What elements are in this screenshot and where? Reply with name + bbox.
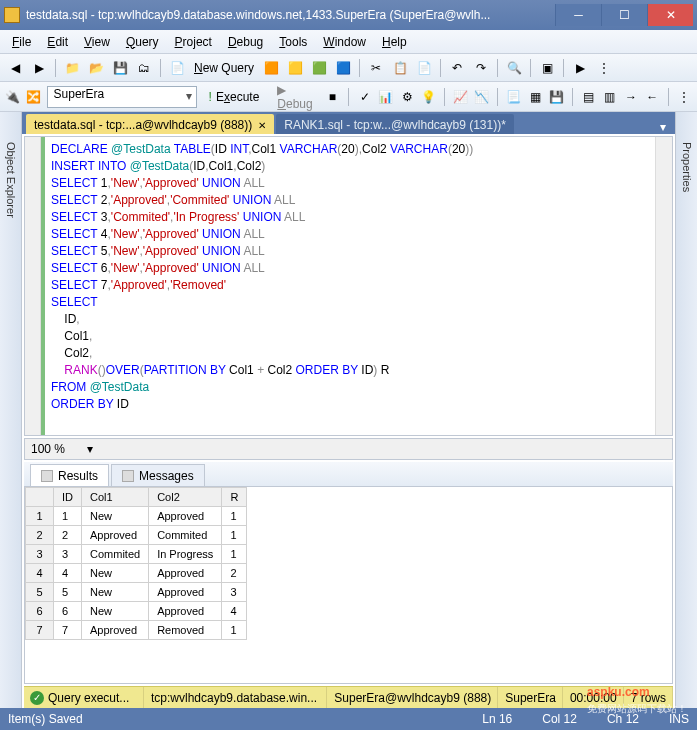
forward-button[interactable]: ▶	[28, 57, 50, 79]
undo-button[interactable]: ↶	[446, 57, 468, 79]
mdx-query-icon[interactable]: 🟩	[308, 57, 330, 79]
tab-dropdown-icon[interactable]: ▾	[655, 120, 671, 134]
table-row[interactable]: 77ApprovedRemoved1	[26, 621, 247, 640]
maximize-button[interactable]: ☐	[601, 4, 647, 26]
database-selector[interactable]: SuperEra	[47, 86, 197, 108]
cell[interactable]: Approved	[149, 583, 222, 602]
overflow-icon[interactable]: ⋮	[593, 57, 615, 79]
cell[interactable]: Approved	[149, 602, 222, 621]
cell[interactable]: 4	[54, 564, 82, 583]
db-engine-query-icon[interactable]: 🟧	[260, 57, 282, 79]
cell[interactable]: Approved	[82, 526, 149, 545]
save-button[interactable]: 💾	[109, 57, 131, 79]
cut-button[interactable]: ✂	[365, 57, 387, 79]
xmla-query-icon[interactable]: 🟦	[332, 57, 354, 79]
menu-help[interactable]: Help	[374, 32, 415, 52]
include-stats-icon[interactable]: 📉	[473, 86, 490, 108]
column-header[interactable]: R	[222, 488, 247, 507]
editor-scrollbar[interactable]	[655, 137, 672, 435]
connect-button[interactable]: 🔌	[4, 86, 21, 108]
tab-close-icon[interactable]: ✕	[258, 120, 266, 131]
uncomment-icon[interactable]: ▥	[601, 86, 618, 108]
query-options-icon[interactable]: ⚙	[398, 86, 415, 108]
table-row[interactable]: 11NewApproved1	[26, 507, 247, 526]
row-header[interactable]: 6	[26, 602, 54, 621]
row-header[interactable]: 1	[26, 507, 54, 526]
stop-button[interactable]: ■	[324, 86, 341, 108]
cell[interactable]: New	[82, 564, 149, 583]
column-header[interactable]: Col2	[149, 488, 222, 507]
find-button[interactable]: 🔍	[503, 57, 525, 79]
zoom-input[interactable]	[31, 442, 81, 456]
include-plan-icon[interactable]: 📈	[452, 86, 469, 108]
cell[interactable]: 3	[54, 545, 82, 564]
row-header[interactable]: 7	[26, 621, 54, 640]
cell[interactable]: 2	[54, 526, 82, 545]
outdent-icon[interactable]: ←	[644, 86, 661, 108]
tab-rank1[interactable]: RANK1.sql - tcp:w...@wvlhdcayb9 (131))*	[276, 114, 514, 134]
debug-button[interactable]: ▶ Debug	[271, 81, 319, 113]
column-header[interactable]	[26, 488, 54, 507]
redo-button[interactable]: ↷	[470, 57, 492, 79]
results-to-file-icon[interactable]: 💾	[548, 86, 565, 108]
cell[interactable]: 6	[54, 602, 82, 621]
code-area[interactable]: DECLARE @TestData TABLE(ID INT,Col1 VARC…	[45, 137, 672, 435]
execute-button[interactable]: !Execute	[201, 88, 268, 106]
cell[interactable]: New	[82, 583, 149, 602]
start-button[interactable]: ▶	[569, 57, 591, 79]
cell[interactable]: 4	[222, 602, 247, 621]
row-header[interactable]: 5	[26, 583, 54, 602]
menu-file[interactable]: File	[4, 32, 39, 52]
specify-values-icon[interactable]: ⋮	[676, 86, 693, 108]
paste-button[interactable]: 📄	[413, 57, 435, 79]
copy-button[interactable]: 📋	[389, 57, 411, 79]
cell[interactable]: Removed	[149, 621, 222, 640]
cell[interactable]: Approved	[82, 621, 149, 640]
table-row[interactable]: 66NewApproved4	[26, 602, 247, 621]
cell[interactable]: 2	[222, 564, 247, 583]
parse-button[interactable]: ✓	[356, 86, 373, 108]
menu-window[interactable]: Window	[315, 32, 374, 52]
save-all-button[interactable]: 🗂	[133, 57, 155, 79]
menu-view[interactable]: View	[76, 32, 118, 52]
properties-panel[interactable]: Properties	[675, 112, 697, 708]
cell[interactable]: 3	[222, 583, 247, 602]
cell[interactable]: 1	[222, 526, 247, 545]
tab-testdata[interactable]: testdata.sql - tcp:...a@wvlhdcayb9 (888)…	[26, 114, 274, 134]
column-header[interactable]: ID	[54, 488, 82, 507]
estimated-plan-icon[interactable]: 📊	[377, 86, 394, 108]
cell[interactable]: 1	[54, 507, 82, 526]
menu-edit[interactable]: Edit	[39, 32, 76, 52]
cell[interactable]: Approved	[149, 507, 222, 526]
tab-results[interactable]: Results	[30, 464, 109, 486]
new-project-button[interactable]: 📁	[61, 57, 83, 79]
cell[interactable]: 1	[222, 507, 247, 526]
minimize-button[interactable]: ─	[555, 4, 601, 26]
table-row[interactable]: 44NewApproved2	[26, 564, 247, 583]
new-query-icon[interactable]: 📄	[166, 57, 188, 79]
results-to-grid-icon[interactable]: ▦	[526, 86, 543, 108]
object-explorer-panel[interactable]: Object Explorer	[0, 112, 22, 708]
row-header[interactable]: 3	[26, 545, 54, 564]
row-header[interactable]: 2	[26, 526, 54, 545]
change-connection-button[interactable]: 🔀	[25, 86, 42, 108]
intellisense-icon[interactable]: 💡	[420, 86, 437, 108]
cell[interactable]: Approved	[149, 564, 222, 583]
zoom-dropdown-icon[interactable]: ▾	[87, 442, 93, 456]
comment-icon[interactable]: ▤	[580, 86, 597, 108]
cell[interactable]: 7	[54, 621, 82, 640]
back-button[interactable]: ◀	[4, 57, 26, 79]
table-row[interactable]: 22ApprovedCommited1	[26, 526, 247, 545]
analysis-query-icon[interactable]: 🟨	[284, 57, 306, 79]
indent-icon[interactable]: →	[622, 86, 639, 108]
table-row[interactable]: 33CommitedIn Progress1	[26, 545, 247, 564]
cell[interactable]: In Progress	[149, 545, 222, 564]
menu-tools[interactable]: Tools	[271, 32, 315, 52]
menu-debug[interactable]: Debug	[220, 32, 271, 52]
menu-project[interactable]: Project	[167, 32, 220, 52]
column-header[interactable]: Col1	[82, 488, 149, 507]
cell[interactable]: New	[82, 507, 149, 526]
open-button[interactable]: 📂	[85, 57, 107, 79]
cell[interactable]: New	[82, 602, 149, 621]
cell[interactable]: Commited	[149, 526, 222, 545]
